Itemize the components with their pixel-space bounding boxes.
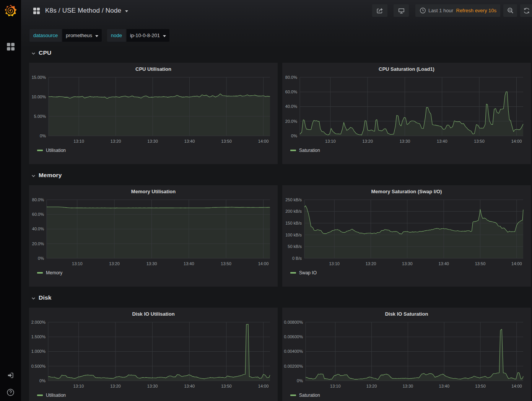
- svg-text:20.0%: 20.0%: [32, 241, 44, 246]
- svg-text:13:20: 13:20: [362, 139, 373, 143]
- svg-text:13:10: 13:10: [329, 261, 340, 266]
- svg-text:13:10: 13:10: [72, 261, 83, 266]
- refresh-button[interactable]: [520, 4, 532, 17]
- legend-series-color: [37, 272, 43, 274]
- caret-down-icon: [163, 35, 166, 37]
- panel-title-cpu-utilisation[interactable]: CPU Utilisation: [44, 65, 262, 74]
- time-range-label: Last 1 hour: [428, 8, 453, 13]
- legend-label: Memory: [46, 270, 62, 275]
- clock-icon: [420, 7, 426, 14]
- svg-text:0%: 0%: [297, 378, 303, 383]
- legend-label: Saturation: [299, 148, 320, 153]
- variable-node-value[interactable]: ip-10-0-8-201: [127, 29, 169, 42]
- svg-text:13:30: 13:30: [146, 261, 157, 266]
- row-title: Disk: [39, 294, 52, 301]
- dashboard-title[interactable]: K8s / USE Method / Node: [45, 7, 128, 15]
- svg-text:20.0%: 20.0%: [285, 119, 297, 124]
- side-menu: [0, 0, 21, 401]
- sidebar-item-sign-in[interactable]: [0, 367, 21, 384]
- legend-series-color: [37, 150, 43, 151]
- panel-memory-utilisation: Memory Utilisation 0%20.0%40.0%60.0%80.0…: [29, 185, 278, 287]
- svg-text:14:00: 14:00: [258, 139, 269, 143]
- svg-text:13:40: 13:40: [439, 384, 450, 388]
- sidebar-item-dashboards[interactable]: [0, 38, 21, 55]
- navbar-buttons: Last 1 hour Refresh every 10s: [372, 4, 532, 17]
- svg-text:1.500%: 1.500%: [31, 334, 46, 339]
- legend-cpu-saturation[interactable]: Saturation: [290, 148, 320, 153]
- svg-text:13:20: 13:20: [111, 139, 121, 143]
- legend-series-color: [37, 394, 43, 396]
- svg-text:13:30: 13:30: [400, 139, 410, 143]
- chevron-down-icon: [31, 173, 36, 178]
- svg-text:13:20: 13:20: [366, 384, 377, 388]
- svg-text:13:10: 13:10: [73, 139, 84, 143]
- variable-datasource: datasource prometheus: [29, 29, 102, 42]
- chart-disk-io-utilisation[interactable]: 0%0.500%1.000%1.500%2.000%13:1013:2013:3…: [29, 308, 278, 401]
- legend-label: Utilisation: [46, 148, 66, 153]
- chart-disk-io-saturation[interactable]: 0%0.00200%0.00400%0.00600%0.00800%13:101…: [282, 308, 531, 401]
- grafana-logo-icon[interactable]: [0, 0, 21, 21]
- svg-text:14:00: 14:00: [511, 261, 522, 266]
- panel-memory-saturation: Memory Saturation (Swap I/O) 0 B/s50 kB/…: [282, 185, 531, 287]
- svg-text:13:40: 13:40: [184, 261, 194, 266]
- svg-text:0.00200%: 0.00200%: [284, 364, 303, 368]
- panel-title-memory-saturation[interactable]: Memory Saturation (Swap I/O): [298, 187, 516, 196]
- svg-text:0.00600%: 0.00600%: [284, 334, 303, 339]
- panel-title-cpu-saturation[interactable]: CPU Saturation (Load1): [298, 65, 516, 74]
- svg-text:40.0%: 40.0%: [285, 104, 297, 109]
- svg-text:15.00%: 15.00%: [32, 75, 46, 80]
- row-header-memory[interactable]: Memory: [29, 171, 532, 180]
- svg-text:0%: 0%: [39, 378, 46, 383]
- panel-disk-io-saturation: Disk IO Saturation 0%0.00200%0.00400%0.0…: [282, 308, 531, 401]
- panel-title-disk-io-utilisation[interactable]: Disk IO Utilisation: [44, 310, 262, 319]
- dashboard-row-cpu: CPU CPU Utilisation 0%5.00%10.00%15.00%1…: [21, 48, 532, 164]
- svg-text:80.0%: 80.0%: [32, 197, 44, 202]
- svg-text:14:00: 14:00: [258, 384, 269, 388]
- svg-text:13:30: 13:30: [147, 384, 158, 388]
- time-picker-button[interactable]: Last 1 hour Refresh every 10s: [415, 4, 500, 17]
- svg-text:0%: 0%: [40, 134, 46, 138]
- svg-text:13:10: 13:10: [330, 384, 341, 388]
- legend-memory-utilisation[interactable]: Memory: [37, 270, 62, 275]
- legend-memory-saturation[interactable]: Swap IO: [290, 270, 317, 275]
- svg-text:13:40: 13:40: [184, 139, 195, 143]
- svg-text:13:50: 13:50: [221, 384, 232, 388]
- chart-cpu-utilisation[interactable]: 0%5.00%10.00%15.00%13:1013:2013:3013:401…: [29, 63, 278, 164]
- variable-node-value-text: ip-10-0-8-201: [130, 33, 160, 38]
- zoom-out-button[interactable]: [503, 4, 517, 17]
- dashboard-main: K8s / USE Method / Node Last 1 hour Refr…: [21, 0, 532, 401]
- svg-text:0.00400%: 0.00400%: [284, 349, 303, 354]
- svg-text:14:00: 14:00: [511, 384, 522, 388]
- legend-cpu-utilisation[interactable]: Utilisation: [37, 148, 66, 153]
- chart-memory-saturation[interactable]: 0 B/s50 kB/s100 kB/s150 kB/s200 kB/s250 …: [282, 185, 531, 287]
- svg-text:13:30: 13:30: [403, 384, 413, 388]
- legend-disk-io-saturation[interactable]: Saturation: [290, 393, 320, 398]
- legend-series-color: [290, 394, 296, 396]
- legend-disk-io-utilisation[interactable]: Utilisation: [37, 393, 66, 398]
- variable-node-label[interactable]: node: [107, 29, 126, 42]
- row-header-cpu[interactable]: CPU: [29, 48, 532, 57]
- svg-text:13:40: 13:40: [438, 261, 449, 266]
- svg-text:250 kB/s: 250 kB/s: [285, 197, 302, 202]
- variable-datasource-value[interactable]: prometheus: [62, 29, 102, 42]
- svg-text:150 kB/s: 150 kB/s: [285, 221, 302, 225]
- share-dashboard-button[interactable]: [372, 4, 387, 17]
- svg-text:13:50: 13:50: [474, 139, 485, 143]
- sidebar-item-help[interactable]: [0, 384, 21, 401]
- panel-cpu-utilisation: CPU Utilisation 0%5.00%10.00%15.00%13:10…: [29, 63, 278, 164]
- chart-memory-utilisation[interactable]: 0%20.0%40.0%60.0%80.0%13:1013:2013:3013:…: [29, 185, 278, 287]
- svg-text:0.500%: 0.500%: [31, 364, 46, 368]
- legend-label: Utilisation: [46, 393, 66, 398]
- svg-text:14:00: 14:00: [511, 139, 522, 143]
- variable-datasource-label[interactable]: datasource: [29, 29, 62, 42]
- svg-text:100 kB/s: 100 kB/s: [285, 233, 302, 237]
- row-header-disk[interactable]: Disk: [29, 293, 532, 302]
- svg-text:13:30: 13:30: [147, 139, 158, 143]
- panel-title-memory-utilisation[interactable]: Memory Utilisation: [44, 187, 262, 196]
- svg-text:5.00%: 5.00%: [34, 114, 46, 119]
- panel-title-disk-io-saturation[interactable]: Disk IO Saturation: [298, 310, 516, 319]
- svg-text:0.00800%: 0.00800%: [284, 320, 303, 324]
- cycle-view-mode-button[interactable]: [394, 4, 409, 17]
- dashboard-row-memory: Memory Memory Utilisation 0%20.0%40.0%60…: [21, 171, 532, 287]
- row-title: Memory: [39, 172, 62, 179]
